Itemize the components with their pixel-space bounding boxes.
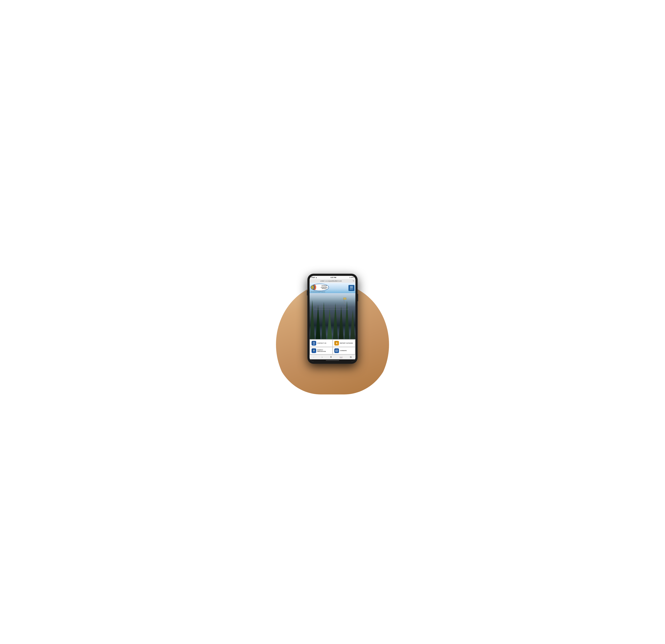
tree-layer	[309, 300, 356, 339]
contact-icon-wrap	[311, 341, 316, 346]
tree-1	[309, 300, 315, 339]
scene: AT&T ▲ 4:07 PM ▷ 37% united--cs.coopwebb…	[258, 250, 407, 394]
menu-label: MENU	[350, 289, 353, 290]
logo-oval: United Cooperative Services	[310, 284, 329, 291]
tabs-button[interactable]: ⧉	[349, 355, 353, 359]
svg-point-13	[336, 350, 337, 351]
home-indicator	[309, 360, 356, 362]
logo-swoosh-icon	[311, 284, 318, 291]
outages-icon-wrap	[334, 341, 339, 346]
menu-button[interactable]: MENU	[348, 285, 355, 291]
forward-button[interactable]: ›	[321, 355, 324, 359]
person-card-icon	[335, 349, 338, 352]
tree-5	[332, 303, 338, 339]
browser-toolbar: ‹ › ⬆ 📖 ⧉	[309, 355, 356, 360]
contact-us-label: CONTACT US	[317, 343, 326, 344]
phone-screen: AT&T ▲ 4:07 PM ▷ 37% united--cs.coopwebb…	[309, 276, 356, 362]
phone-icon	[312, 342, 315, 345]
menu-line-3	[350, 288, 353, 288]
tagline-text: Your Touchstone Energy® Cooperative	[310, 291, 325, 292]
bucket-truck	[341, 298, 346, 304]
url-text: united--cs.coopwebbuilder3.com	[320, 280, 342, 282]
svg-marker-6	[336, 342, 338, 344]
status-bar: AT&T ▲ 4:07 PM ▷ 37%	[309, 276, 356, 279]
lightning-icon	[335, 342, 338, 345]
status-left: AT&T ▲	[311, 277, 317, 278]
logo-line2: Cooperative	[321, 287, 327, 288]
location-icon: ▷	[349, 277, 350, 278]
hero-image	[309, 293, 356, 339]
back-button[interactable]: ‹	[312, 355, 315, 359]
tree-4	[327, 308, 332, 339]
report-outages-button[interactable]: REPORT OUTAGES	[333, 340, 355, 347]
tree-2	[316, 305, 321, 339]
logo-line1: United	[321, 285, 327, 287]
menu-line-1	[350, 286, 353, 287]
carrier-label: AT&T	[311, 277, 315, 278]
bulb-icon	[312, 349, 315, 352]
power-line-1	[316, 307, 346, 307]
wifi-icon: ▲	[316, 277, 317, 278]
address-bar[interactable]: united--cs.coopwebbuilder3.com ↻	[309, 279, 356, 283]
refresh-icon[interactable]: ↻	[353, 280, 354, 282]
tree-7	[344, 301, 350, 339]
careers-label: CAREERS	[340, 350, 347, 351]
svg-rect-5	[314, 343, 314, 343]
share-button[interactable]: ⬆	[329, 355, 333, 359]
svg-point-11	[314, 350, 314, 351]
battery-label: 37%	[351, 277, 354, 278]
bucket-arm	[344, 299, 345, 304]
svg-point-2	[311, 285, 314, 289]
careers-icon-wrap	[334, 348, 339, 353]
energy-innovation-button[interactable]: ENERGY INNOVATION	[310, 347, 332, 354]
phone-shell: AT&T ▲ 4:07 PM ▷ 37% united--cs.coopwebb…	[307, 274, 358, 364]
logo-area: United Cooperative Services Your Touchst…	[310, 284, 329, 292]
energy-innovation-label: ENERGY INNOVATION	[317, 349, 331, 352]
logo-text-group: United Cooperative Services	[321, 285, 327, 289]
phone-device: AT&T ▲ 4:07 PM ▷ 37% united--cs.coopwebb…	[307, 274, 358, 364]
status-right: ▷ 37%	[349, 277, 354, 278]
site-header: United Cooperative Services Your Touchst…	[309, 283, 356, 293]
action-grid: CONTACT US REPORT OUTAGES	[309, 339, 356, 355]
status-time: 4:07 PM	[330, 277, 336, 278]
menu-line-2	[350, 287, 353, 287]
report-outages-label: REPORT OUTAGES	[340, 343, 353, 344]
tree-6	[339, 306, 344, 339]
tree-3	[321, 302, 327, 339]
energy-icon-wrap	[311, 348, 316, 353]
contact-us-button[interactable]: CONTACT US	[310, 340, 332, 347]
bookmarks-button[interactable]: 📖	[339, 355, 343, 359]
tree-8	[350, 310, 356, 339]
logo-line3: Services	[321, 288, 327, 289]
careers-button[interactable]: CAREERS	[333, 347, 355, 354]
home-bar	[326, 360, 339, 361]
